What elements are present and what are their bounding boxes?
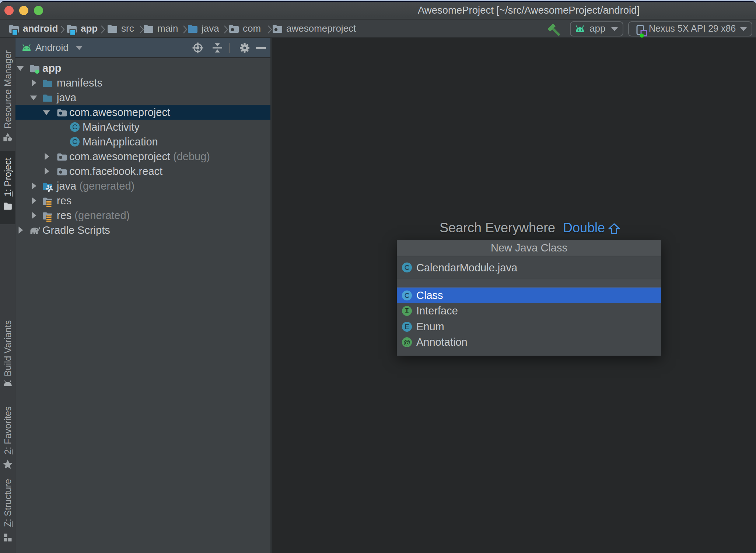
svg-text:C: C <box>72 123 77 131</box>
svg-text:C: C <box>72 138 77 145</box>
